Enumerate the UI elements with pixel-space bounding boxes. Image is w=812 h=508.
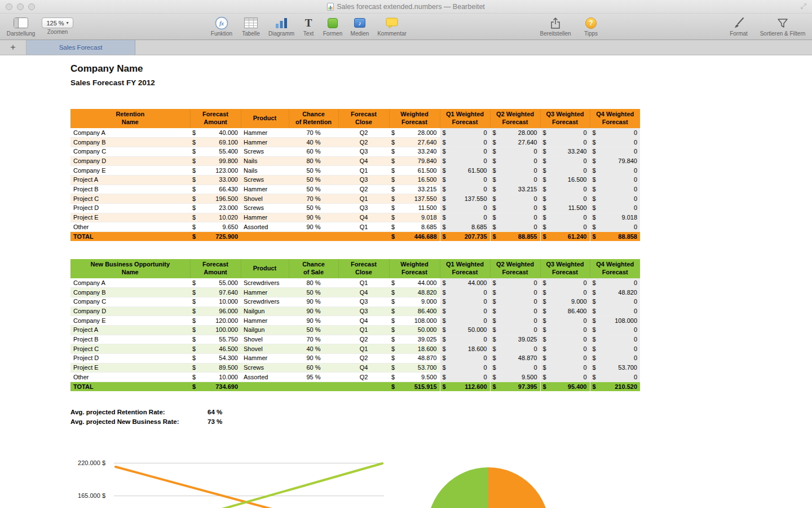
cell[interactable]: $0	[540, 166, 590, 176]
cell[interactable]: $0	[440, 335, 490, 344]
sort-filter-button[interactable]: Sortieren & Filtern	[758, 14, 807, 40]
close-button[interactable]	[6, 3, 12, 10]
cell[interactable]: Hammer	[241, 185, 289, 194]
cell[interactable]: 90 %	[289, 316, 338, 326]
column-header[interactable]: Forecast Amount	[190, 109, 241, 128]
zoom-dropdown[interactable]: 125 % ▾	[42, 17, 73, 28]
cell[interactable]: $9.000	[540, 297, 590, 306]
cell[interactable]: $33.240	[540, 147, 590, 156]
cell[interactable]: Hammer	[241, 213, 289, 222]
cell[interactable]: $44.000	[440, 278, 490, 288]
cell[interactable]: Project D	[70, 354, 190, 364]
cell[interactable]: $16.500	[540, 175, 590, 185]
cell[interactable]: $54.300	[190, 354, 241, 364]
cell[interactable]: $48.820	[590, 288, 640, 297]
cell[interactable]: $0	[540, 344, 590, 354]
cell[interactable]: Screwdrivers	[241, 297, 289, 306]
cell[interactable]: $0	[540, 213, 590, 222]
cell[interactable]: Other	[70, 222, 190, 232]
cell[interactable]: Hammer	[241, 316, 289, 326]
cell[interactable]: $0	[590, 138, 640, 147]
cell[interactable]: TOTAL	[70, 232, 190, 242]
cell[interactable]: $0	[540, 194, 590, 204]
cell[interactable]: Screwdrivers	[241, 278, 289, 288]
line-chart[interactable]	[112, 457, 388, 508]
cell[interactable]: $50.000	[440, 325, 490, 335]
cell[interactable]: Screws	[241, 204, 289, 213]
cell[interactable]: Q4	[338, 363, 389, 373]
cell[interactable]: 40 %	[289, 138, 338, 147]
cell[interactable]: 80 %	[289, 278, 338, 288]
cell[interactable]: $0	[590, 306, 640, 316]
cell[interactable]: $0	[540, 363, 590, 373]
cell[interactable]: $0	[440, 128, 490, 138]
cell[interactable]: $16.500	[389, 175, 440, 185]
cell[interactable]: Shovel	[241, 194, 289, 204]
cell[interactable]: Nails	[241, 166, 289, 176]
cell[interactable]: $0	[440, 204, 490, 213]
cell[interactable]: Other	[70, 373, 190, 382]
cell[interactable]: $86.400	[389, 306, 440, 316]
cell[interactable]: Project D	[70, 204, 190, 213]
tips-button[interactable]: ? Tipps	[581, 14, 601, 40]
cell[interactable]: 50 %	[289, 166, 338, 176]
cell[interactable]: Screws	[241, 175, 289, 185]
cell[interactable]: Q1	[338, 344, 389, 354]
cell[interactable]: $0	[490, 222, 540, 232]
column-header[interactable]: Forecast Amount	[190, 259, 241, 278]
cell[interactable]: Project A	[70, 325, 190, 335]
cell[interactable]: $207.735	[440, 232, 490, 242]
cell[interactable]: $0	[490, 363, 540, 373]
cell[interactable]: $0	[490, 175, 540, 185]
cell[interactable]: $0	[540, 288, 590, 297]
cell[interactable]: $0	[490, 204, 540, 213]
cell[interactable]: 70 %	[289, 335, 338, 344]
cell[interactable]: $0	[590, 325, 640, 335]
cell[interactable]: $61.500	[440, 166, 490, 176]
cell[interactable]: $137.550	[389, 194, 440, 204]
cell[interactable]: $18.600	[440, 344, 490, 354]
cell[interactable]: 50 %	[289, 325, 338, 335]
cell[interactable]: Q4	[338, 213, 389, 222]
zoom-control[interactable]: 125 % ▾ Zoomen	[41, 14, 74, 40]
cell[interactable]: $0	[590, 204, 640, 213]
column-header[interactable]: Q2 Weighted Forecast	[490, 259, 540, 278]
cell[interactable]: $112.600	[440, 382, 490, 392]
cell[interactable]: $0	[540, 316, 590, 326]
cell[interactable]: 70 %	[289, 194, 338, 204]
cell[interactable]: $0	[590, 278, 640, 288]
cell[interactable]: $55.000	[190, 278, 241, 288]
cell[interactable]: $0	[540, 222, 590, 232]
cell[interactable]: $48.820	[389, 288, 440, 297]
share-button[interactable]: Bereitstellen	[537, 14, 574, 40]
tab-sales-forecast[interactable]: Sales Forecast	[27, 40, 135, 55]
cell[interactable]: 50 %	[289, 204, 338, 213]
cell[interactable]: Q4	[338, 156, 389, 166]
cell[interactable]: $0	[490, 278, 540, 288]
column-header[interactable]: Q1 Weighted Forecast	[440, 109, 490, 128]
cell[interactable]: $0	[490, 316, 540, 326]
cell[interactable]: Q2	[338, 128, 389, 138]
cell[interactable]: $61.240	[540, 232, 590, 242]
cell[interactable]: Shovel	[241, 344, 289, 354]
cell[interactable]: 60 %	[289, 147, 338, 156]
cell[interactable]: Q3	[338, 297, 389, 306]
cell[interactable]: $18.600	[389, 344, 440, 354]
cell[interactable]: TOTAL	[70, 382, 190, 392]
cell[interactable]: Hammer	[241, 288, 289, 297]
cell[interactable]: $88.858	[590, 232, 640, 242]
cell[interactable]: $48.870	[490, 354, 540, 364]
cell[interactable]: $39.025	[490, 335, 540, 344]
cell[interactable]: $44.000	[389, 278, 440, 288]
cell[interactable]: $79.840	[590, 156, 640, 166]
cell[interactable]: $48.870	[389, 354, 440, 364]
cell[interactable]: $0	[590, 166, 640, 176]
cell[interactable]: $69.100	[190, 138, 241, 147]
cell[interactable]: $0	[590, 354, 640, 364]
cell[interactable]: $0	[540, 354, 590, 364]
cell[interactable]: $61.500	[389, 166, 440, 176]
cell[interactable]: Company D	[70, 156, 190, 166]
cell[interactable]: Q1	[338, 325, 389, 335]
cell[interactable]: $33.215	[490, 185, 540, 194]
cell[interactable]: Q3	[338, 306, 389, 316]
